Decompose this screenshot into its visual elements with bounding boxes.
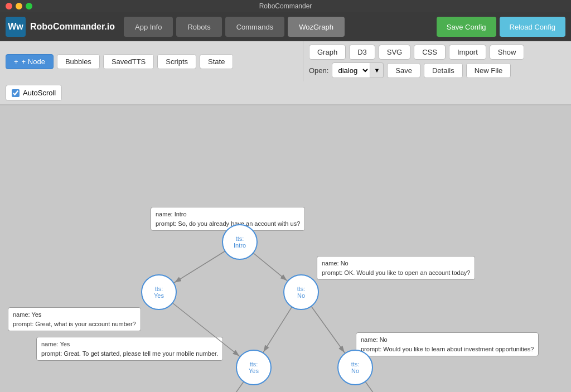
tooltip-yes2-line1: name: Yes (41, 340, 218, 349)
dropdown-arrow-icon[interactable]: ▼ (370, 62, 384, 78)
tooltip-intro-line1: name: Intro (156, 210, 300, 219)
node-no2[interactable]: tts: No (337, 350, 373, 385)
toolbar-left: + + Node Bubbles SavedTTS Scripts State (0, 41, 303, 81)
details-button[interactable]: Details (424, 63, 463, 78)
node-no1[interactable]: tts: No (283, 274, 319, 310)
save-config-button[interactable]: Save Config (437, 17, 496, 37)
import-button[interactable]: Import (449, 45, 486, 60)
logo-area: Ww RoboCommander.io (6, 17, 115, 37)
window-title: RoboCommander (259, 2, 312, 10)
tooltip-no2-line1: name: No (361, 335, 534, 345)
state-tab[interactable]: State (200, 54, 233, 69)
tooltip-no2: name: No prompt: Would you like to learn… (356, 332, 539, 356)
graph-toolbar-row1: Graph D3 SVG CSS Import Show (309, 45, 565, 60)
toolbar-right: Graph D3 SVG CSS Import Show Open: dialo… (303, 41, 571, 81)
tooltip-yes2: name: Yes prompt: Great. To get started,… (36, 337, 223, 361)
tooltip-intro-line2: prompt: So, do you already have an accou… (156, 219, 300, 229)
close-button[interactable] (6, 3, 12, 9)
plus-icon: + (14, 57, 18, 66)
traffic-lights (6, 3, 32, 9)
node-intro[interactable]: tts: Intro (222, 224, 258, 260)
tab-wozgraph[interactable]: WozGraph (288, 17, 345, 37)
autoscroll-label: AutoScroll (23, 89, 56, 97)
scripts-tab[interactable]: Scripts (157, 54, 196, 69)
tooltip-intro: name: Intro prompt: So, do you already h… (151, 207, 305, 231)
nav-bar: Ww RoboCommander.io App Info Robots Comm… (0, 12, 571, 41)
title-bar: RoboCommander (0, 0, 571, 12)
autoscroll-checkbox[interactable] (12, 89, 20, 97)
savedtts-tab[interactable]: SavedTTS (103, 54, 154, 69)
open-dropdown[interactable]: dialog ▼ (332, 62, 384, 78)
reload-config-button[interactable]: Reload Config (500, 17, 565, 37)
tooltip-no1-line2: prompt: OK. Would you like to open an ac… (322, 268, 470, 278)
tooltip-no1: name: No prompt: OK. Would you like to o… (317, 256, 475, 280)
content-area: + + Node Bubbles SavedTTS Scripts State … (0, 41, 571, 392)
tab-robots[interactable]: Robots (176, 17, 221, 37)
d3-button[interactable]: D3 (349, 45, 375, 60)
graph-canvas: name: Intro prompt: So, do you already h… (0, 105, 571, 392)
node-yes2[interactable]: tts: Yes (236, 350, 272, 385)
toolbar-section: + + Node Bubbles SavedTTS Scripts State … (0, 41, 571, 105)
new-file-button[interactable]: New File (466, 63, 511, 78)
graph-toolbar-row2: Open: dialog ▼ Save Details New File (309, 62, 565, 78)
autoscroll-area: AutoScroll (0, 81, 571, 105)
tooltip-yes2-line2: prompt: Great. To get started, please te… (41, 349, 218, 359)
bubbles-tab[interactable]: Bubbles (57, 54, 100, 69)
logo-box: Ww (6, 17, 26, 37)
node-yes1[interactable]: tts: Yes (141, 274, 177, 310)
minimize-button[interactable] (16, 3, 22, 9)
tab-commands[interactable]: Commands (225, 17, 284, 37)
tooltip-yes1-line2: prompt: Great, what is your account numb… (13, 320, 136, 329)
graph-button[interactable]: Graph (309, 45, 346, 60)
logo-text: RoboCommander.io (30, 22, 115, 32)
autoscroll-box: AutoScroll (6, 85, 62, 101)
tab-app-info[interactable]: App Info (124, 17, 173, 37)
tooltip-yes1-line1: name: Yes (13, 310, 136, 320)
tooltip-no2-line2: prompt: Would you like to learn about in… (361, 345, 534, 354)
css-button[interactable]: CSS (414, 45, 446, 60)
save-button[interactable]: Save (387, 63, 420, 78)
add-node-button[interactable]: + + Node (6, 54, 54, 69)
graph-edges-svg (0, 105, 571, 392)
tooltip-yes1: name: Yes prompt: Great, what is your ac… (8, 307, 141, 331)
tooltip-no1-line1: name: No (322, 259, 470, 268)
maximize-button[interactable] (26, 3, 32, 9)
show-button[interactable]: Show (490, 45, 525, 60)
svg-button[interactable]: SVG (379, 45, 410, 60)
open-label: Open: (309, 66, 328, 75)
toolbar-left-right: + + Node Bubbles SavedTTS Scripts State … (0, 41, 571, 81)
main-window: Ww RoboCommander.io App Info Robots Comm… (0, 12, 571, 392)
open-select[interactable]: dialog (332, 62, 370, 78)
